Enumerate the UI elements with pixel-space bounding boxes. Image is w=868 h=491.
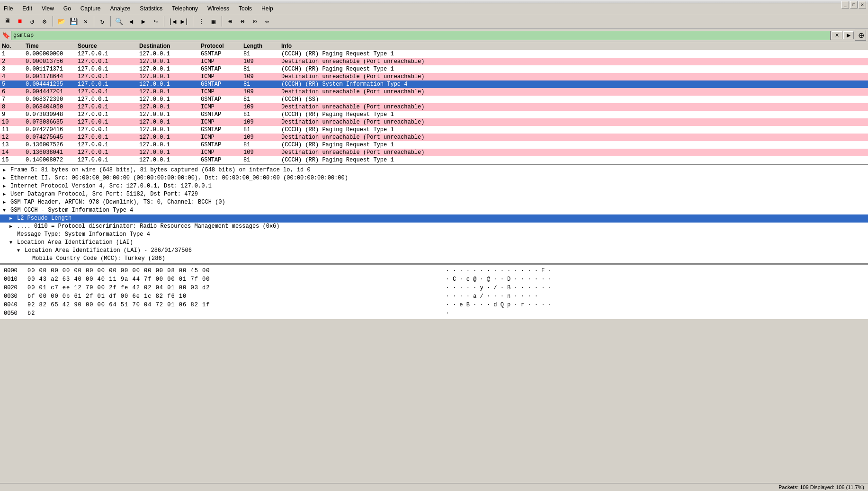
detail-row[interactable]: ▶.... 0110 = Protocol discriminator: Rad…	[0, 223, 868, 231]
detail-toggle-icon[interactable]: ▶	[3, 182, 9, 190]
resize-columns-toolbar-icon[interactable]: ⇔	[261, 16, 273, 27]
cell-info: Destination unreachable (Port unreachabl…	[281, 118, 866, 126]
menu-edit[interactable]: Edit	[20, 4, 34, 13]
menu-help[interactable]: Help	[260, 4, 275, 13]
detail-toggle-icon[interactable]: ▼	[9, 239, 15, 247]
zoom-out-toolbar-icon[interactable]: ⊖	[237, 16, 248, 27]
cell-destination: 127.0.0.1	[139, 149, 201, 156]
table-row[interactable]: 3 0.001171371 127.0.0.1 127.0.0.1 GSMTAP…	[0, 65, 868, 73]
restart-toolbar-icon[interactable]: ↺	[27, 16, 38, 27]
menu-analyze[interactable]: Analyze	[108, 4, 133, 13]
hex-row[interactable]: 0020 00 01 c7 ee 12 79 00 2f fe 42 02 04…	[4, 284, 864, 292]
detail-row[interactable]: ▶Frame 5: 81 bytes on wire (648 bits), 8…	[0, 166, 868, 174]
detail-row[interactable]: ▶L2 Pseudo Length	[0, 214, 868, 223]
col-header-no: No.	[2, 43, 26, 49]
table-row[interactable]: 11 0.074270416 127.0.0.1 127.0.0.1 GSMTA…	[0, 126, 868, 134]
detail-toggle-icon[interactable]: ▶	[3, 198, 9, 206]
table-row[interactable]: 5 0.004441295 127.0.0.1 127.0.0.1 GSMTAP…	[0, 80, 868, 88]
detail-toggle-icon[interactable]: ▼	[3, 206, 9, 214]
detail-row[interactable]: ▶Internet Protocol Version 4, Src: 127.0…	[0, 182, 868, 190]
menu-wireless[interactable]: Wireless	[206, 4, 231, 13]
close-toolbar-icon[interactable]: ✕	[80, 16, 91, 27]
detail-row[interactable]: ▶Ethernet II, Src: 00:00:00_00:00:00 (00…	[0, 174, 868, 182]
menu-view[interactable]: View	[40, 4, 56, 13]
reload-toolbar-icon[interactable]: ↻	[97, 16, 108, 27]
table-row[interactable]: 15 0.140008072 127.0.0.1 127.0.0.1 GSMTA…	[0, 156, 868, 164]
stop-toolbar-icon[interactable]: ■	[14, 16, 26, 27]
hex-row[interactable]: 0030 bf 00 00 0b 61 2f 01 df 00 6e 1c 82…	[4, 292, 864, 301]
menu-telephony[interactable]: Telephony	[170, 4, 200, 13]
first-toolbar-icon[interactable]: |◀	[167, 16, 178, 27]
table-row[interactable]: 12 0.074275645 127.0.0.1 127.0.0.1 ICMP …	[0, 134, 868, 141]
maximize-button[interactable]: □	[850, 1, 858, 9]
filter-clear-button[interactable]: ✕	[832, 31, 842, 39]
detail-toggle-icon[interactable]: ▼	[17, 247, 23, 255]
cell-info: (CCCH) (SS)	[281, 96, 866, 103]
open-toolbar-icon[interactable]: 📂	[55, 16, 67, 27]
interface-toolbar-icon[interactable]: 🖥	[2, 16, 13, 27]
cell-protocol: GSMTAP	[201, 156, 243, 164]
detail-row[interactable]: ▶GSM TAP Header, ARFCN: 978 (Downlink), …	[0, 198, 868, 206]
hex-row[interactable]: 0000 00 00 00 00 00 00 00 00 00 00 00 00…	[4, 267, 864, 275]
cell-info: Destination unreachable (Port unreachabl…	[281, 149, 866, 156]
menu-file[interactable]: File	[2, 4, 15, 13]
detail-toggle-icon[interactable]: ▶	[3, 174, 9, 182]
cell-time: 0.001178644	[26, 73, 78, 80]
menu-capture[interactable]: Capture	[79, 4, 103, 13]
filter-apply-button[interactable]: ▶	[843, 31, 854, 39]
detail-row[interactable]: ▶User Datagram Protocol, Src Port: 51182…	[0, 190, 868, 198]
detail-row[interactable]: ▼Location Area Identification (LAI) - 28…	[0, 247, 868, 255]
cell-destination: 127.0.0.1	[139, 111, 201, 118]
table-row[interactable]: 4 0.001178644 127.0.0.1 127.0.0.1 ICMP 1…	[0, 73, 868, 80]
options-toolbar-icon[interactable]: ⚙	[39, 16, 50, 27]
hex-row[interactable]: 0050 b2 ·	[4, 309, 864, 318]
prev-toolbar-icon[interactable]: ◀	[125, 16, 137, 27]
hex-row[interactable]: 0010 00 43 a2 63 40 00 40 11 9a 44 7f 00…	[4, 275, 864, 284]
hex-rows-container: 0000 00 00 00 00 00 00 00 00 00 00 00 00…	[4, 267, 864, 318]
detail-row[interactable]: ▼Location Area Identification (LAI)	[0, 239, 868, 247]
filter-options-button[interactable]: ⊕	[855, 30, 866, 41]
zoom-reset-toolbar-icon[interactable]: ⊙	[249, 16, 260, 27]
menu-tools[interactable]: Tools	[237, 4, 254, 13]
zoom-in-toolbar-icon[interactable]: ⊕	[224, 16, 236, 27]
detail-toggle-icon[interactable]: ▶	[9, 223, 15, 231]
cell-info: Destination unreachable (Port unreachabl…	[281, 88, 866, 96]
cell-time: 0.136038041	[26, 149, 78, 156]
hex-ascii: · · · · a / · · · n · · · ·	[446, 292, 865, 301]
cell-time: 0.136007526	[26, 141, 78, 149]
hex-row[interactable]: 0040 92 82 65 42 90 00 00 64 51 70 04 72…	[4, 301, 864, 309]
cell-info: (CCCH) (RR) Paging Request Type 1	[281, 126, 866, 134]
table-row[interactable]: 6 0.004447201 127.0.0.1 127.0.0.1 ICMP 1…	[0, 88, 868, 96]
table-row[interactable]: 9 0.073030948 127.0.0.1 127.0.0.1 GSMTAP…	[0, 111, 868, 118]
table-row[interactable]: 7 0.068372390 127.0.0.1 127.0.0.1 GSMTAP…	[0, 96, 868, 103]
filter-input[interactable]	[11, 31, 831, 40]
detail-row[interactable]: Mobile Country Code (MCC): Turkey (286)	[0, 255, 868, 263]
detail-row[interactable]: ▼GSM CCCH - System Information Type 4	[0, 206, 868, 214]
cell-time: 0.140008072	[26, 156, 78, 164]
table-row[interactable]: 14 0.136038041 127.0.0.1 127.0.0.1 ICMP …	[0, 149, 868, 156]
colorize-toolbar-icon[interactable]: ⋮	[196, 16, 207, 27]
menu-statistics[interactable]: Statistics	[138, 4, 164, 13]
last-toolbar-icon[interactable]: ▶|	[179, 16, 190, 27]
jump-toolbar-icon[interactable]: ↪	[150, 16, 161, 27]
detail-toggle-icon[interactable]: ▶	[3, 166, 9, 174]
detail-toggle-icon[interactable]: ▶	[3, 190, 9, 198]
table-row[interactable]: 10 0.073036635 127.0.0.1 127.0.0.1 ICMP …	[0, 118, 868, 126]
detail-row[interactable]: Message Type: System Information Type 4	[0, 231, 868, 239]
next-toolbar-icon[interactable]: ▶	[138, 16, 149, 27]
table-row[interactable]: 2 0.000013756 127.0.0.1 127.0.0.1 ICMP 1…	[0, 58, 868, 65]
hex-pane: 0000 00 00 00 00 00 00 00 00 00 00 00 00…	[0, 265, 868, 319]
cell-time: 0.004447201	[26, 88, 78, 96]
mark-toolbar-icon[interactable]: ▦	[208, 16, 219, 27]
save-toolbar-icon[interactable]: 💾	[68, 16, 79, 27]
cell-no: 14	[2, 149, 26, 156]
find-toolbar-icon[interactable]: 🔍	[113, 16, 125, 27]
detail-toggle-icon[interactable]: ▶	[9, 214, 15, 223]
table-row[interactable]: 8 0.068404050 127.0.0.1 127.0.0.1 ICMP 1…	[0, 103, 868, 111]
cell-time: 0.074275645	[26, 134, 78, 141]
menu-go[interactable]: Go	[62, 4, 73, 13]
close-button[interactable]: ✕	[859, 1, 866, 9]
table-row[interactable]: 13 0.136007526 127.0.0.1 127.0.0.1 GSMTA…	[0, 141, 868, 149]
table-row[interactable]: 1 0.000000000 127.0.0.1 127.0.0.1 GSMTAP…	[0, 50, 868, 58]
minimize-button[interactable]: _	[841, 1, 849, 9]
